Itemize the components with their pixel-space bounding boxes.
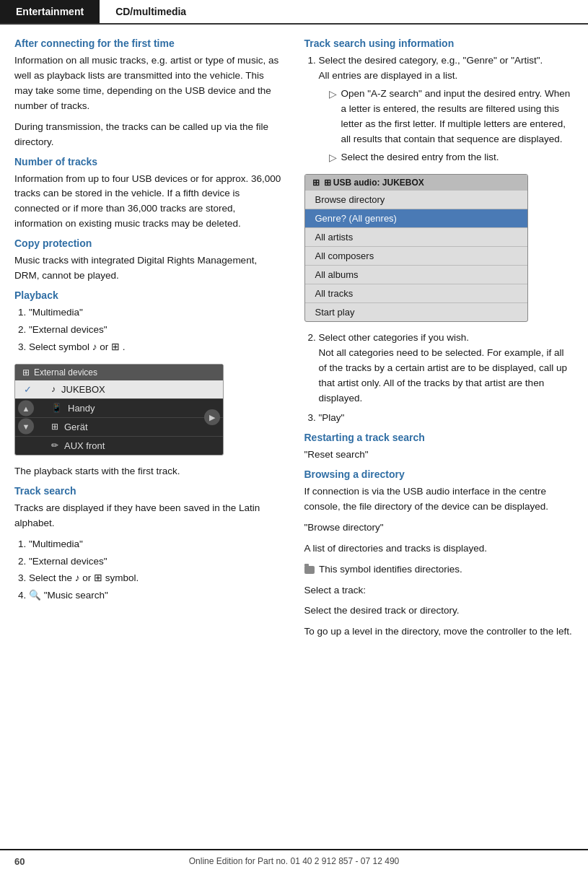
track-search-item-2: "External devices" [29,554,284,570]
playback-item-2: "External devices" [29,323,284,338]
jukebox-icon: ♪ [51,384,56,394]
para-first-time-1: Information on all music tracks, e.g. ar… [14,53,284,114]
nav-right-btn[interactable]: ▶ [204,409,220,425]
playback-list: "Multimedia" "External devices" Select s… [14,305,284,355]
jukebox-label: JUKEBOX [61,384,105,395]
usb-title-text: ⊞ USB audio: JUKEBOX [324,178,424,188]
usb-title-icon: ⊞ [312,178,320,188]
playback-item-3: Select symbol ♪ or ⊞ . [29,340,284,355]
arrow-icon-1: ▷ [329,87,337,147]
sub-item-az-text: Open "A-Z search" and input the desired … [341,87,574,147]
usb-item-all-composers[interactable]: All composers [305,247,527,266]
para-browsing-7: To go up a level in the directory, move … [304,624,574,640]
step-3-text: "Play" [319,412,345,423]
usb-item-all-artists[interactable]: All artists [305,228,527,247]
para-first-time-2: During transmission, the tracks can be c… [14,120,284,150]
heading-playback: Playback [14,289,284,301]
section-number-tracks: Number of tracks Information from up to … [14,156,284,232]
aux-icon: ✏ [51,440,58,450]
para-browsing-6: Select the desired track or directory. [304,603,574,619]
para-restart-search: "Reset search" [304,448,574,463]
section-track-search-info: Track search using information Select th… [304,38,574,426]
check-icon: ✓ [24,384,32,395]
nav-down-btn[interactable]: ▼ [18,419,34,435]
usb-title-bar: ⊞ ⊞ USB audio: JUKEBOX [305,175,527,191]
ext-devices-title: External devices [34,367,97,378]
sub-item-select-text: Select the desired entry from the list. [341,150,499,166]
heading-first-time: After connecting for the first time [14,38,284,49]
step-2-text: Select other categories if you wish. [319,332,470,343]
para-browsing-4: This symbol identifies directories. [304,562,574,577]
heading-track-search: Track search [14,485,284,497]
para-browsing-2: "Browse directory" [304,520,574,536]
sub-item-az: ▷ Open "A-Z search" and input the desire… [329,87,574,147]
ext-devices-icon: ⊞ [22,367,30,378]
usb-audio-screenshot: ⊞ ⊞ USB audio: JUKEBOX Browse directory … [304,174,528,322]
playback-caption: The playback starts with the first track… [14,464,284,479]
section-copy-protection: Copy protection Music tracks with integr… [14,237,284,284]
para-browsing-1: If connection is via the USB audio inter… [304,484,574,515]
tab-entertainment[interactable]: Entertainment [0,0,100,23]
section-track-search: Track search Tracks are displayed if the… [14,485,284,604]
usb-item-start-play[interactable]: Start play [305,303,527,321]
heading-number-tracks: Number of tracks [14,156,284,167]
right-column: Track search using information Select th… [304,38,574,645]
page-number: 60 [14,856,25,867]
geraet-icon: ⊞ [51,422,58,432]
section-playback: Playback "Multimedia" "External devices"… [14,289,284,479]
handy-label: Handy [68,403,95,414]
playback-item-1: "Multimedia" [29,305,284,321]
tab-cd-multimedia[interactable]: CD/multimedia [100,0,202,23]
browsing-4-text: This symbol identifies directories. [319,564,462,575]
nav-up-btn[interactable]: ▲ [18,401,34,417]
track-search-list: "Multimedia" "External devices" Select t… [14,537,284,604]
footer-text: Online Edition for Part no. 01 40 2 912 … [189,856,400,866]
left-column: After connecting for the first time Info… [14,38,284,645]
ext-device-row-handy[interactable]: 📱 Handy [15,399,223,418]
track-search-steps: Select the desired category, e.g., "Genr… [304,53,574,165]
track-search-item-3: Select the ♪ or ⊞ symbol. [29,571,284,586]
usb-item-genre[interactable]: Genre? (All genres) [305,209,527,228]
heading-copy-protection: Copy protection [14,237,284,249]
usb-item-all-albums[interactable]: All albums [305,266,527,284]
track-search-item-4: 🔍 "Music search" [29,588,284,603]
heading-track-search-info: Track search using information [304,38,574,49]
para-browsing-3: A list of directories and tracks is disp… [304,541,574,557]
section-restart-search: Restarting a track search "Reset search" [304,432,574,463]
para-number-tracks: Information from up to four USB devices … [14,172,284,232]
track-search-steps-2: Select other categories if you wish. Not… [304,331,574,426]
sub-item-select: ▷ Select the desired entry from the list… [329,150,574,166]
geraet-label: Gerät [64,422,88,432]
ext-device-row-jukebox[interactable]: ✓ ♪ JUKEBOX [15,380,223,399]
footer: 60 Online Edition for Part no. 01 40 2 9… [0,849,588,872]
step-1-note: All entries are displayed in a list. [319,70,458,81]
para-browsing-5: Select a track: [304,583,574,598]
heading-browsing-directory: Browsing a directory [304,468,574,480]
external-devices-screenshot: ⊞ External devices ▲ ▼ ▶ ✓ ♪ [14,364,224,455]
aux-label: AUX front [64,440,105,451]
track-search-item-1: "Multimedia" [29,537,284,552]
step-3: "Play" [319,411,574,426]
ext-device-row-aux[interactable]: ✏ AUX front [15,437,223,455]
ext-device-row-geraet[interactable]: ⊞ Gerät [15,418,223,437]
directory-icon [304,566,315,574]
step-1: Select the desired category, e.g., "Genr… [319,53,574,165]
header-tabs: Entertainment CD/multimedia [0,0,588,25]
section-first-time: After connecting for the first time Info… [14,38,284,150]
usb-item-browse-directory[interactable]: Browse directory [305,191,527,209]
handy-icon: 📱 [51,403,62,413]
para-copy-protection: Music tracks with integrated Digital Rig… [14,253,284,284]
step-2-note: Not all categories need to be selected. … [319,347,567,404]
heading-restart-search: Restarting a track search [304,432,574,443]
arrow-icon-2: ▷ [329,151,337,166]
step-1-text: Select the desired category, e.g., "Genr… [319,55,543,66]
para-track-search: Tracks are displayed if they have been s… [14,501,284,531]
ext-devices-title-bar: ⊞ External devices [15,365,223,380]
step-2: Select other categories if you wish. Not… [319,331,574,406]
section-browsing-directory: Browsing a directory If connection is vi… [304,468,574,640]
main-content: After connecting for the first time Info… [0,25,588,689]
usb-item-all-tracks[interactable]: All tracks [305,284,527,303]
